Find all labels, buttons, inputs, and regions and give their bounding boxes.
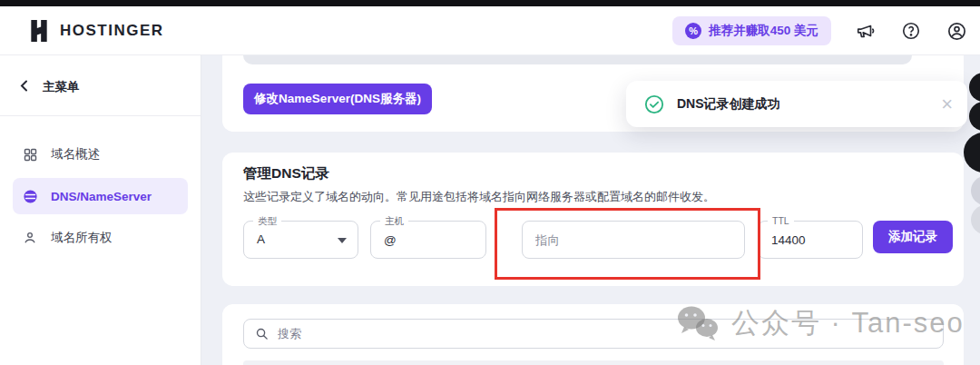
account-icon[interactable] [946,20,967,42]
sidebar-item-label: DNS/NameServer [51,190,152,203]
truncated-section-bar [243,55,912,64]
type-label: 类型 [253,215,281,228]
close-icon[interactable]: × [941,94,953,114]
referral-badge[interactable]: % 推荐并赚取450 美元 [672,16,831,45]
toast-message: DNS记录创建成功 [677,96,941,113]
top-header: HOSTINGER % 推荐并赚取450 美元 [0,6,980,55]
sidebar-item-domain-ownership[interactable]: 域名所有权 [13,220,188,256]
hostinger-h-icon [27,19,51,43]
percent-seal-icon: % [685,23,701,39]
sidebar-item-label: 域名所有权 [51,230,113,246]
back-to-main-menu[interactable]: 主菜单 [0,55,201,115]
host-field-wrap: 主机 [370,221,486,259]
chevron-left-icon [20,80,28,94]
record-type-select[interactable]: 类型 A [243,221,358,259]
sidebar: 主菜单 域名概述 DNS/NameServer 域名所有权 [0,55,201,365]
ttl-label: TTL [768,215,794,226]
ttl-field-wrap: TTL [758,221,863,259]
top-black-strip [0,0,980,6]
referral-badge-label: 推荐并赚取450 美元 [709,23,818,39]
manage-dns-card: 管理DNS记录 这些记录定义了域名的动向。常见用途包括将域名指向网络服务器或配置… [222,153,964,286]
check-circle-icon [644,94,664,114]
dns-globe-icon [22,188,38,204]
success-toast: DNS记录创建成功 × [626,81,967,127]
back-label: 主菜单 [43,79,80,95]
points-to-input[interactable] [523,222,744,258]
dns-section-description: 这些记录定义了域名的动向。常见用途包括将域名指向网络服务器或配置域名的邮件收发。 [243,189,715,205]
chevron-down-icon [338,238,347,243]
ttl-input[interactable] [759,222,862,258]
person-icon [22,230,38,246]
sidebar-item-dns-nameserver[interactable]: DNS/NameServer [13,178,188,214]
grid-icon [22,146,38,163]
points-to-field-wrap [522,221,745,259]
edit-nameserver-button[interactable]: 修改NameServer(DNS服务器) [243,84,432,114]
dns-records-card [222,304,964,365]
app-window: HOSTINGER % 推荐并赚取450 美元 主菜单 [0,0,980,365]
hostinger-logo[interactable]: HOSTINGER [27,19,164,43]
host-label: 主机 [380,215,408,228]
help-icon[interactable] [900,20,922,42]
brand-name: HOSTINGER [60,22,164,40]
records-table-header-strip [243,360,944,365]
search-icon [255,327,269,340]
announcements-megaphone-icon[interactable] [855,20,877,42]
sidebar-item-domain-overview[interactable]: 域名概述 [13,136,188,173]
add-record-button[interactable]: 添加记录 [873,221,953,253]
search-input[interactable] [278,327,932,340]
dns-section-title: 管理DNS记录 [243,164,329,183]
search-field-wrap [243,319,944,349]
sidebar-item-label: 域名概述 [51,146,100,163]
